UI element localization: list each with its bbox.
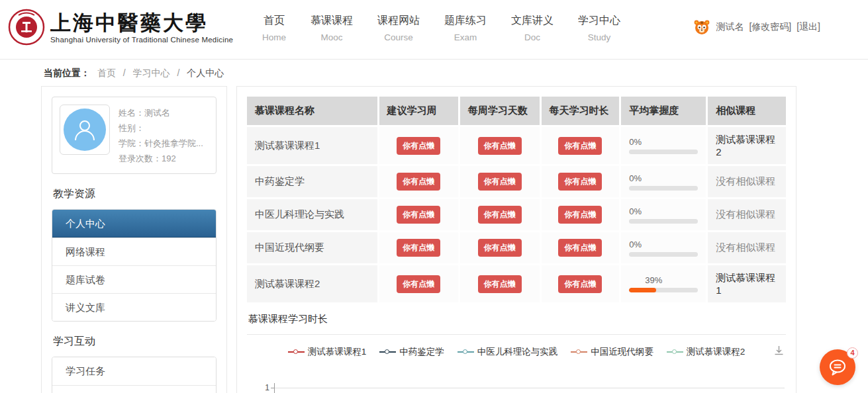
legend-item[interactable]: 中药鉴定学: [379, 346, 444, 358]
col-header-course-name: 慕课课程名称: [247, 97, 377, 125]
progress-bar: [629, 252, 698, 257]
profile-gender: 性别：: [119, 120, 203, 136]
lazy-button[interactable]: 你有点懒: [558, 137, 602, 155]
similar-course-link[interactable]: 测试慕课课程1: [708, 265, 786, 302]
legend-item[interactable]: 测试慕课课程2: [667, 346, 746, 358]
mastery-percent: 0%: [629, 173, 698, 183]
mastery-cell: 0%: [621, 166, 706, 197]
lazy-button[interactable]: 你有点懒: [558, 275, 602, 293]
avatar-circle: [64, 109, 106, 151]
breadcrumb: 当前位置： 首页 / 学习中心 / 个人中心: [0, 60, 868, 86]
line-marker-icon: [667, 349, 683, 355]
similar-course-none: 没有相似课程: [708, 199, 786, 230]
profile-name: 姓名：测试名: [119, 105, 203, 120]
main-nav: 首页 Home 慕课课程 Mooc 课程网站 Course 题库练习 Exam …: [262, 14, 645, 42]
breadcrumb-separator: /: [177, 67, 179, 78]
line-marker-icon: [288, 349, 305, 355]
line-marker-icon: [379, 349, 396, 355]
legend-item[interactable]: 中国近现代纲要: [571, 346, 653, 358]
progress-bar: [629, 219, 698, 224]
mastery-percent: 0%: [629, 240, 698, 249]
sidebar-item-learning-tasks[interactable]: 学习任务: [52, 357, 216, 385]
col-header-similar-course: 相似课程: [708, 97, 786, 125]
sidebar-item-learning-discussion[interactable]: 学习讨论: [52, 385, 216, 393]
learning-interaction-menu: 学习任务 学习讨论: [52, 357, 217, 393]
section-title-teaching-resources: 教学资源: [53, 187, 215, 201]
y-tick-label: 1: [247, 383, 269, 392]
course-name: 中药鉴定学: [247, 166, 377, 197]
page-content: 姓名：测试名 性别： 学院：针灸推拿学院... 登录次数：192 教学资源 个人…: [0, 86, 868, 393]
col-header-days-per-week: 每周学习天数: [460, 97, 540, 125]
mastery-cell: 0%: [621, 127, 706, 164]
section-title-learning-interaction: 学习互动: [53, 335, 215, 349]
course-name: 测试慕课课程2: [247, 265, 377, 302]
breadcrumb-separator: /: [123, 67, 126, 78]
teaching-resources-menu: 个人中心 网络课程 题库试卷 讲义文库: [52, 209, 217, 322]
change-password-link[interactable]: [修改密码]: [749, 21, 791, 33]
lazy-button[interactable]: 你有点懒: [478, 137, 522, 155]
sidebar-item-question-bank[interactable]: 题库试卷: [52, 265, 216, 293]
progress-bar: [629, 186, 698, 191]
table-row: 中医儿科理论与实践 你有点懒 你有点懒 你有点懒 0% 没有相似课程: [247, 199, 786, 230]
lazy-button[interactable]: 你有点懒: [397, 137, 440, 155]
table-row: 测试慕课课程1 你有点懒 你有点懒 你有点懒 0% 测试慕课课程2: [247, 127, 786, 164]
university-logo: 上海中醫藥大學 Shanghai University of Tradition…: [8, 9, 233, 46]
nav-item-study[interactable]: 学习中心 Study: [578, 14, 620, 42]
line-marker-icon: [458, 349, 474, 355]
legend-item[interactable]: 测试慕课课程1: [288, 346, 367, 358]
table-header-row: 慕课课程名称 建议学习周 每周学习天数 每天学习时长 平均掌握度 相似课程: [247, 97, 786, 125]
lazy-button[interactable]: 你有点懒: [478, 239, 522, 257]
line-marker-icon: [571, 349, 587, 355]
lazy-button[interactable]: 你有点懒: [558, 173, 602, 191]
mooc-course-table: 慕课课程名称 建议学习周 每周学习天数 每天学习时长 平均掌握度 相似课程 测试…: [245, 95, 788, 304]
lazy-button[interactable]: 你有点懒: [397, 173, 440, 191]
nav-item-course[interactable]: 课程网站 Course: [377, 14, 420, 42]
similar-course-link[interactable]: 测试慕课课程2: [708, 127, 786, 164]
table-row: 中国近现代纲要 你有点懒 你有点懒 你有点懒 0% 没有相似课程: [247, 232, 786, 263]
sidebar-item-online-courses[interactable]: 网络课程: [52, 238, 216, 265]
col-header-average-mastery: 平均掌握度: [621, 97, 706, 125]
lazy-button[interactable]: 你有点懒: [397, 275, 440, 293]
breadcrumb-home[interactable]: 首页: [97, 67, 116, 78]
mastery-percent: 39%: [645, 275, 698, 285]
top-header: 上海中醫藥大學 Shanghai University of Tradition…: [0, 0, 868, 60]
profile-login-count: 登录次数：192: [119, 151, 203, 166]
lazy-button[interactable]: 你有点懒: [558, 239, 602, 257]
mastery-cell: 39%: [621, 265, 706, 302]
progress-bar: [629, 150, 698, 154]
chat-button[interactable]: 4: [820, 349, 855, 385]
lazy-button[interactable]: 你有点懒: [558, 206, 602, 224]
breadcrumb-label: 当前位置：: [44, 67, 90, 78]
breadcrumb-personal-center: 个人中心: [187, 67, 224, 78]
nav-item-mooc[interactable]: 慕课课程 Mooc: [311, 14, 353, 42]
lazy-button[interactable]: 你有点懒: [397, 239, 440, 257]
mastery-cell: 0%: [621, 232, 706, 263]
progress-bar: [629, 288, 698, 292]
sidebar-item-lecture-library[interactable]: 讲义文库: [52, 293, 216, 321]
user-bar: 测试名 [修改密码] [退出]: [688, 19, 820, 36]
university-name-english: Shanghai University of Traditional Chine…: [50, 36, 233, 44]
gridline: [275, 388, 785, 388]
lazy-button[interactable]: 你有点懒: [478, 173, 522, 191]
course-name: 中医儿科理论与实践: [247, 199, 377, 230]
download-icon[interactable]: [773, 345, 785, 359]
nav-item-exam[interactable]: 题库练习 Exam: [444, 14, 487, 42]
course-name: 中国近现代纲要: [247, 232, 377, 263]
lazy-button[interactable]: 你有点懒: [478, 206, 522, 224]
chart-title: 慕课课程学习时长: [247, 302, 786, 335]
similar-course-none: 没有相似课程: [708, 166, 786, 197]
nav-item-doc[interactable]: 文库讲义 Doc: [511, 14, 554, 42]
table-row: 中药鉴定学 你有点懒 你有点懒 你有点懒 0% 没有相似课程: [247, 166, 786, 197]
lazy-button[interactable]: 你有点懒: [478, 275, 522, 293]
course-name: 测试慕课课程1: [247, 127, 377, 164]
notification-badge: 4: [847, 347, 858, 359]
profile-college: 学院：针灸推拿学院...: [119, 136, 203, 151]
lazy-button[interactable]: 你有点懒: [397, 206, 440, 224]
legend-item[interactable]: 中医儿科理论与实践: [458, 346, 558, 358]
nav-item-home[interactable]: 首页 Home: [262, 14, 286, 42]
logout-link[interactable]: [退出]: [796, 21, 820, 33]
sidebar-item-personal-center[interactable]: 个人中心: [52, 210, 216, 238]
similar-course-none: 没有相似课程: [708, 232, 786, 263]
breadcrumb-study-center[interactable]: 学习中心: [133, 67, 170, 78]
chart-legend: 测试慕课课程1 中药鉴定学 中医儿科理论与实践 中国近现代纲要 测试慕课课程2: [247, 346, 786, 358]
